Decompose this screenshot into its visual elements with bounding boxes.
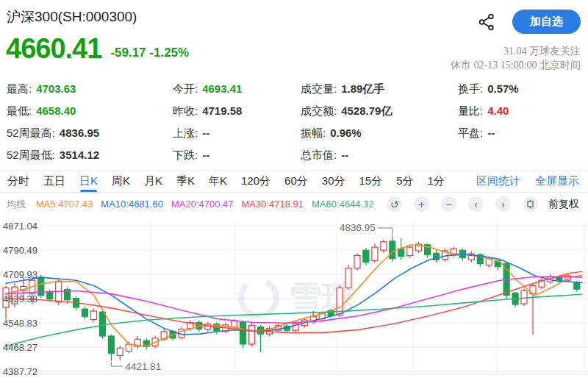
candle: [91, 311, 97, 320]
stat-label: 最高:: [7, 82, 32, 95]
stat-label: 最低:: [7, 104, 32, 117]
stat-value: 0.96%: [330, 126, 362, 139]
tab-60分[interactable]: 60分: [284, 171, 309, 192]
stat-item: 成交量:1.89亿手: [301, 78, 458, 100]
candle: [108, 336, 114, 353]
candle: [345, 268, 351, 288]
candle: [38, 277, 44, 296]
stat-value: 4658.40: [36, 104, 76, 117]
followers-count: 31.04 万球友关注: [451, 44, 581, 58]
zoom-in-icon[interactable]: +: [414, 196, 429, 212]
tab-15分[interactable]: 15分: [358, 171, 383, 192]
stat-value: --: [202, 126, 209, 139]
stat-item: 振幅:0.96%: [301, 122, 458, 144]
reset-zoom-icon[interactable]: ↺: [387, 196, 402, 212]
tab-月K[interactable]: 月K: [143, 171, 163, 192]
candle: [117, 348, 123, 355]
stat-item: 52周最低:3514.12: [7, 144, 173, 166]
candle: [530, 286, 536, 294]
tab-分时[interactable]: 分时: [7, 171, 30, 192]
market-status: 休市 02-13 15:00:00 北京时间: [451, 58, 581, 72]
indicator-row: 均线 MA5:4707.43MA10:4681.60MA20:4700.47MA…: [0, 193, 588, 215]
stat-item: 上涨:--: [173, 122, 301, 144]
link-区间统计[interactable]: 区间统计: [476, 174, 520, 188]
stat-value: 4.40: [487, 104, 509, 117]
tab-年K[interactable]: 年K: [208, 171, 228, 192]
tab-120分[interactable]: 120分: [240, 171, 271, 192]
tab-日K[interactable]: 日K: [79, 171, 98, 192]
price-change: -59.17 -1.25%: [110, 46, 189, 63]
tab-季K[interactable]: 季K: [176, 171, 196, 192]
stats-column: 成交量:1.89亿手成交额:4528.79亿振幅:0.96%总市值:--: [301, 78, 458, 166]
candle: [249, 326, 255, 344]
stats-grid: 最高:4703.63最低:4658.4052周最高:4836.9552周最低:3…: [0, 74, 588, 166]
pan-right-icon[interactable]: ›: [495, 196, 511, 212]
ma-legend: MA10:4681.60: [101, 199, 163, 210]
y-axis-label: 4629.38: [3, 293, 37, 304]
stat-item: 52周最高:4836.95: [7, 122, 173, 144]
stat-value: --: [487, 126, 495, 139]
candle: [372, 247, 378, 260]
stat-item: 量比:4.40: [458, 100, 588, 122]
chart-toolbar: ↺+−‹›: [387, 196, 547, 212]
stat-label: 振幅:: [301, 126, 326, 139]
stat-item: 总市值:--: [301, 144, 458, 166]
add-watchlist-button[interactable]: 加自选: [512, 10, 581, 34]
current-price: 4660.41: [6, 35, 101, 63]
header-actions: 加自选: [477, 10, 581, 34]
candle: [232, 321, 237, 327]
candlestick-style-icon[interactable]: [523, 196, 538, 212]
stat-item: 下跌:--: [173, 144, 301, 166]
stat-item: 今开:4693.41: [173, 78, 301, 100]
header: 沪深300(SH:000300) 加自选 4660.41 -59.17 -1.2…: [0, 0, 588, 74]
stat-label: 昨收:: [173, 104, 198, 117]
stat-label: 今开:: [173, 82, 198, 95]
tab-五日[interactable]: 五日: [43, 171, 66, 192]
stat-value: --: [202, 149, 209, 161]
stat-item: 昨收:4719.58: [173, 100, 301, 122]
stat-value: 0.57%: [487, 82, 519, 95]
stat-value: 4836.95: [60, 126, 99, 139]
tab-30分[interactable]: 30分: [321, 171, 346, 192]
price-adjust-mode[interactable]: 前复权: [548, 198, 588, 211]
stat-label: 上涨:: [173, 126, 198, 139]
pan-left-icon[interactable]: ‹: [468, 196, 484, 212]
share-icon[interactable]: [477, 12, 496, 32]
y-axis-label: 4387.72: [3, 366, 37, 376]
tab-周K[interactable]: 周K: [111, 171, 131, 192]
zoom-out-icon[interactable]: −: [441, 196, 456, 212]
stat-item: 最高:4703.63: [7, 78, 173, 100]
stat-label: 总市值:: [301, 149, 337, 161]
stat-label: 成交额:: [301, 104, 337, 117]
stat-item: 成交额:4528.79亿: [301, 100, 458, 122]
candlestick-chart[interactable]: 雪球4836.954421.814871.044790.494709.93462…: [0, 215, 588, 375]
candle: [126, 344, 132, 351]
period-tabs: 分时五日日K周K月K季K年K120分60分30分15分5分1分区间统计全屏显示: [0, 170, 588, 193]
stat-label: 52周最低:: [7, 149, 55, 161]
tab-5分[interactable]: 5分: [395, 171, 414, 192]
high-annotation-line: [378, 228, 392, 235]
stat-item: 平盘:--: [458, 122, 588, 144]
candle: [47, 293, 53, 299]
stat-label: 52周最高:: [7, 126, 55, 139]
candle: [381, 242, 387, 251]
link-全屏显示[interactable]: 全屏显示: [535, 174, 579, 188]
candle: [82, 309, 88, 316]
stat-label: 平盘:: [458, 126, 483, 139]
candle: [363, 250, 369, 262]
y-axis-label: 4709.93: [3, 269, 37, 280]
stats-column: 今开:4693.41昨收:4719.58上涨:--下跌:--: [173, 78, 301, 166]
stat-label: 量比:: [458, 104, 483, 117]
candle: [99, 312, 105, 336]
stat-item: 换手:0.57%: [458, 78, 588, 100]
y-axis-label: 4548.83: [3, 318, 37, 329]
stat-label: 成交量:: [301, 82, 337, 95]
stat-item: 最低:4658.40: [7, 100, 173, 122]
tab-1分[interactable]: 1分: [427, 171, 445, 192]
stat-value: 3514.12: [60, 149, 99, 161]
stat-value: 4703.63: [36, 82, 76, 95]
low-annotation-label: 4421.81: [125, 361, 161, 372]
header-meta: 31.04 万球友关注 休市 02-13 15:00:00 北京时间: [451, 44, 581, 72]
stat-label: 下跌:: [173, 149, 198, 161]
candle: [574, 282, 580, 289]
